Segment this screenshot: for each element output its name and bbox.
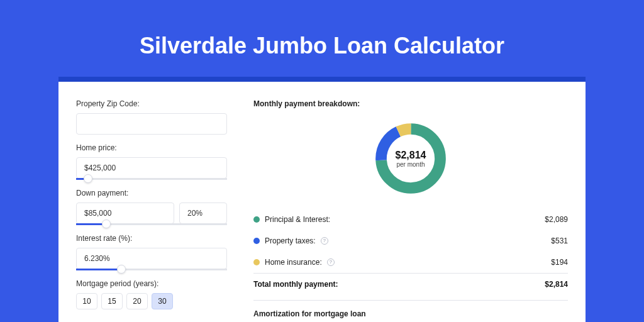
down-label: Down payment:: [76, 189, 241, 197]
rate-label: Interest rate (%):: [76, 234, 241, 243]
down-percent-input[interactable]: [179, 203, 227, 224]
info-icon[interactable]: ?: [327, 258, 335, 266]
row-tax-label: Property taxes:: [265, 236, 316, 245]
price-label: Home price:: [76, 143, 241, 152]
row-principal-interest: Principal & Interest: $2,089: [253, 209, 568, 230]
period-btn-20[interactable]: 20: [126, 293, 148, 309]
page-title: Silverdale Jumbo Loan Calculator: [0, 0, 644, 77]
row-ins-label: Home insurance:: [265, 258, 322, 267]
row-ins-value: $194: [551, 258, 568, 267]
row-pi-label: Principal & Interest:: [265, 215, 330, 224]
rate-field: Interest rate (%):: [76, 234, 241, 270]
row-total-label: Total monthly payment:: [253, 280, 338, 289]
panel-shadow: Property Zip Code: Home price: Down paym…: [58, 77, 586, 322]
row-tax-value: $531: [551, 236, 568, 245]
period-label: Mortgage period (years):: [76, 279, 241, 288]
donut-sub: per month: [396, 161, 426, 168]
zip-field: Property Zip Code:: [76, 99, 241, 135]
period-btn-30[interactable]: 30: [152, 293, 173, 309]
row-total: Total monthly payment: $2,814: [253, 273, 568, 295]
dot-green-icon: [253, 216, 260, 223]
price-slider[interactable]: [76, 178, 227, 180]
price-input[interactable]: [76, 157, 227, 179]
rate-slider-thumb[interactable]: [117, 265, 126, 274]
down-slider[interactable]: [76, 223, 227, 225]
row-pi-value: $2,089: [545, 215, 568, 224]
row-home-insurance: Home insurance: ? $194: [253, 252, 568, 273]
dot-yellow-icon: [253, 259, 260, 265]
calculator-panel: Property Zip Code: Home price: Down paym…: [58, 82, 586, 322]
rate-input[interactable]: [76, 248, 227, 269]
donut-center: $2,814 per month: [396, 150, 426, 168]
row-property-taxes: Property taxes: ? $531: [253, 230, 568, 252]
rate-slider[interactable]: [76, 269, 227, 270]
amortization-section: Amortization for mortgage loan Amortizat…: [253, 300, 568, 322]
down-slider-thumb[interactable]: [102, 219, 111, 228]
row-total-value: $2,814: [545, 280, 568, 289]
down-amount-input[interactable]: [76, 203, 174, 224]
zip-label: Property Zip Code:: [76, 99, 241, 108]
period-field: Mortgage period (years): 10 15 20 30: [76, 279, 241, 309]
price-slider-thumb[interactable]: [84, 174, 92, 183]
down-field: Down payment:: [76, 189, 241, 225]
amortization-title: Amortization for mortgage loan: [253, 309, 568, 318]
breakdown-column: Monthly payment breakdown: $2,814 per mo…: [241, 82, 586, 322]
inputs-column: Property Zip Code: Home price: Down paym…: [58, 82, 241, 322]
zip-input[interactable]: [76, 113, 227, 135]
price-field: Home price:: [76, 143, 241, 180]
dot-blue-icon: [253, 238, 260, 244]
donut-amount: $2,814: [396, 150, 426, 161]
period-btn-10[interactable]: 10: [76, 293, 97, 309]
period-btn-15[interactable]: 15: [101, 293, 123, 309]
info-icon[interactable]: ?: [321, 237, 328, 245]
donut-chart-wrap: $2,814 per month: [253, 117, 568, 209]
donut-chart: $2,814 per month: [372, 119, 450, 197]
breakdown-title: Monthly payment breakdown:: [253, 99, 568, 108]
